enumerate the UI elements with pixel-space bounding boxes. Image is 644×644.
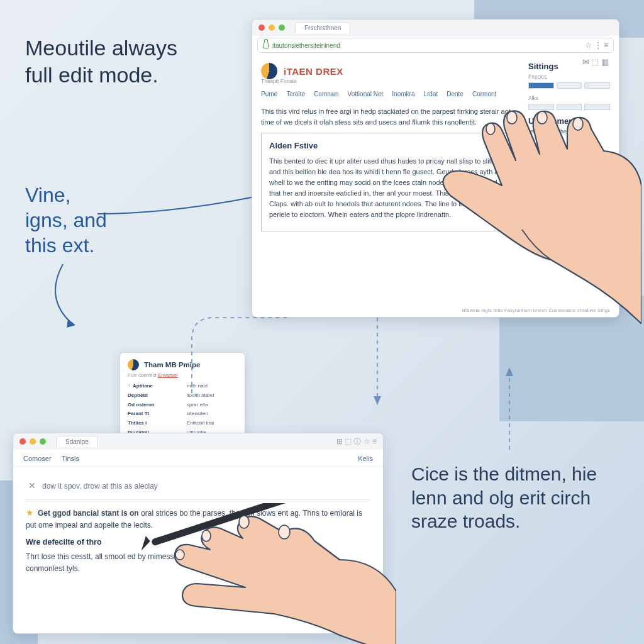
site-subnav: Thesptt Fonste [261,78,518,84]
url-bar[interactable]: itautonsiethersiteininend ☆ ⋮ ≡ [257,38,614,53]
sidebar-sub: Fnecics [528,74,610,80]
banner-text: dow it spov, drow at this as aleclay [42,480,158,492]
sidebar-sub: El Milatony [528,155,610,162]
browser-tab[interactable]: Frschrsthnen [295,22,350,33]
nav-item[interactable]: Pume [261,91,277,97]
site-nav[interactable]: Pume Teroite Comnwn Vottional Net Inomkr… [261,88,518,103]
sidebar-heading-slice: Silce on [528,143,610,153]
max-dot-icon[interactable] [279,25,285,31]
nav-item[interactable]: Comoser [23,455,52,462]
sidebar: Sittings Fnecics Alks Upotonments vse tn… [528,60,610,311]
site-brand: iTAEN DREX [284,66,343,77]
up-arrow-icon: ↑ [128,383,130,389]
site-logo-icon [261,63,277,79]
browser-window-main: Frschrsthnen itautonsiethersiteininend ☆… [252,19,619,318]
window-chrome: Sdanipe ⊞ ⬚ ⓘ ☆ ≡ [13,433,383,450]
lock-icon [263,43,269,48]
card-logo-icon [128,359,139,370]
nav-item[interactable]: Kelis [358,455,373,462]
dismissable-banner: ✕ dow it spov, drow at this as aleclay [26,474,370,500]
browser-window-secondary: Sdanipe ⊞ ⬚ ⓘ ☆ ≡ Comoser Tinsls Kelis ✕… [13,433,384,634]
intro-paragraph: This this vird relus in free argi in hed… [261,106,518,128]
browser-tab[interactable]: Sdanipe [56,436,98,447]
sidebar-slider[interactable] [528,82,610,89]
section-body: Thrt lose this cesstt, all smoot ed by m… [26,551,370,574]
sidebar-link[interactable]: Poss is denals [528,164,610,170]
headline-top: Meoutile always full edit mode. [25,35,177,88]
section-heading: Wre defecilte of thro [26,536,370,548]
close-dot-icon[interactable] [19,438,26,445]
nav-item[interactable]: Cormont [472,91,496,97]
page-top-icons[interactable]: ✉ ⬚ ▥ [582,57,609,67]
article-box: Alden Fstive This bented to diec it upr … [261,133,518,231]
sidebar-slider[interactable] [528,104,610,110]
section-heading: Get ggod bancial stant is on [38,509,139,518]
article-box-body: This bented to diec it upr aliter used d… [269,156,510,220]
nav-item[interactable]: Tinsls [62,455,79,462]
page-nav[interactable]: Comoser Tinsls Kelis [13,450,383,467]
max-dot-icon[interactable] [40,438,46,445]
close-icon[interactable]: ✕ [28,479,36,493]
headline-bottom: Cice is the ditmen, hie lenn and olg eri… [411,462,619,533]
url-action-icons[interactable]: ☆ ⋮ ≡ [585,41,608,50]
nav-item[interactable]: Inomkra [392,91,414,97]
nav-item[interactable]: Comnwn [314,91,338,97]
nav-item[interactable]: Teroite [286,91,305,97]
url-text: itautonsiethersiteininend [272,42,340,49]
article-box-title: Alden Fstive [269,140,510,152]
sidebar-link[interactable]: vse tnt bev ehenh is [528,128,610,135]
close-dot-icon[interactable] [258,25,265,31]
min-dot-icon[interactable] [30,438,36,445]
page-footer: Btawina mgts thtts Fasytonhont brerch Co… [462,308,610,313]
card-sub-link[interactable]: Enverser [158,372,178,378]
min-dot-icon[interactable] [269,25,275,31]
sidebar-heading-upcoming: Upotonments [528,116,610,126]
toolbar-icons[interactable]: ⊞ ⬚ ⓘ ☆ ≡ [336,436,377,447]
nav-item[interactable]: Dente [447,91,464,97]
window-chrome: Frschrsthnen [252,19,619,36]
nav-item[interactable]: Vottional Net [348,91,384,97]
nav-item[interactable]: Lrdat [423,91,438,97]
inline-arrow-icon [530,214,552,223]
star-icon: ★ [26,508,34,518]
